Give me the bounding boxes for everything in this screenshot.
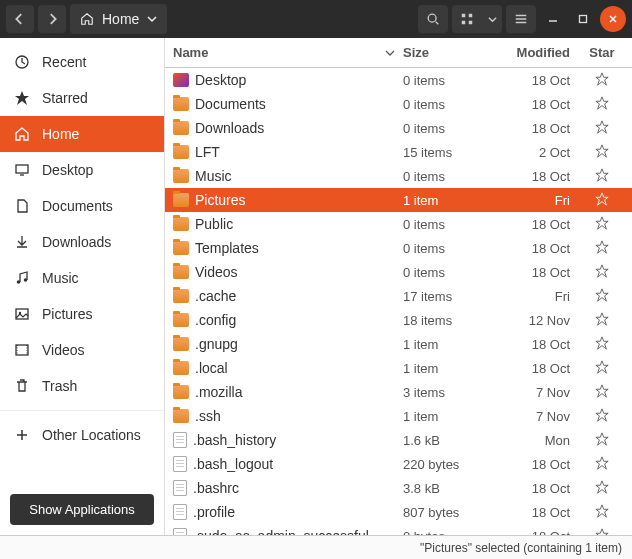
file-row[interactable]: Desktop0 items18 Oct [165,68,632,92]
maximize-icon [578,14,588,24]
file-row[interactable]: Documents0 items18 Oct [165,92,632,116]
folder-icon [173,241,189,255]
icon-view-button[interactable] [452,5,482,33]
file-row[interactable]: .sudo_as_admin_successful0 bytes18 Oct [165,524,632,535]
file-size: 1 item [403,361,438,376]
sidebar-item-recent[interactable]: Recent [0,44,164,80]
sidebar-item-starred[interactable]: Starred [0,80,164,116]
search-button[interactable] [418,5,448,33]
star-outline-icon[interactable] [595,120,609,134]
column-header-modified[interactable]: Modified [483,45,578,60]
star-outline-icon[interactable] [595,288,609,302]
file-row[interactable]: LFT15 items2 Oct [165,140,632,164]
sidebar-item-label: Pictures [42,306,93,322]
desktop-icon [14,162,30,178]
maximize-button[interactable] [570,6,596,32]
file-row[interactable]: .local1 item18 Oct [165,356,632,380]
sidebar-item-videos[interactable]: Videos [0,332,164,368]
file-modified: 18 Oct [532,121,570,136]
file-row[interactable]: .ssh1 item7 Nov [165,404,632,428]
sidebar-item-trash[interactable]: Trash [0,368,164,404]
nav-back-button[interactable] [6,5,34,33]
file-modified: Fri [555,193,570,208]
file-size: 3.8 kB [403,481,440,496]
star-outline-icon[interactable] [595,264,609,278]
star-outline-icon[interactable] [595,336,609,350]
sidebar-item-music[interactable]: Music [0,260,164,296]
grid-icon [460,12,474,26]
file-modified: 7 Nov [536,409,570,424]
star-outline-icon[interactable] [595,72,609,86]
sidebar-item-other-locations[interactable]: Other Locations [0,417,164,453]
file-row[interactable]: .bashrc3.8 kB18 Oct [165,476,632,500]
file-row[interactable]: .gnupg1 item18 Oct [165,332,632,356]
desktop-folder-icon [173,73,189,87]
path-button[interactable]: Home [70,4,167,34]
star-outline-icon[interactable] [595,168,609,182]
show-applications-button[interactable]: Show Applications [10,494,154,525]
close-icon [608,14,618,24]
file-size: 1 item [403,337,438,352]
star-outline-icon[interactable] [595,504,609,518]
minimize-button[interactable] [540,6,566,32]
star-outline-icon[interactable] [595,312,609,326]
file-row[interactable]: Videos0 items18 Oct [165,260,632,284]
file-size: 0 items [403,169,445,184]
file-row[interactable]: .profile807 bytes18 Oct [165,500,632,524]
star-outline-icon[interactable] [595,384,609,398]
nav-forward-button[interactable] [38,5,66,33]
star-outline-icon[interactable] [595,360,609,374]
file-row[interactable]: .mozilla3 items7 Nov [165,380,632,404]
svg-point-0 [428,14,436,22]
file-row[interactable]: Music0 items18 Oct [165,164,632,188]
star-outline-icon[interactable] [595,240,609,254]
folder-icon [173,169,189,183]
text-file-icon [173,432,187,448]
home-icon [80,12,94,26]
file-row[interactable]: .cache17 itemsFri [165,284,632,308]
file-size: 1 item [403,193,438,208]
star-outline-icon[interactable] [595,480,609,494]
file-rows[interactable]: Desktop0 items18 OctDocuments0 items18 O… [165,68,632,535]
column-header-name[interactable]: Name [165,45,403,60]
column-header-star[interactable]: Star [578,45,626,60]
sidebar-item-home[interactable]: Home [0,116,164,152]
file-row[interactable]: Templates0 items18 Oct [165,236,632,260]
column-header-size[interactable]: Size [403,45,483,60]
view-dropdown-button[interactable] [482,5,502,33]
hamburger-menu-button[interactable] [506,5,536,33]
file-modified: 18 Oct [532,361,570,376]
sidebar-item-desktop[interactable]: Desktop [0,152,164,188]
file-modified: 18 Oct [532,73,570,88]
star-outline-icon[interactable] [595,192,609,206]
star-outline-icon[interactable] [595,96,609,110]
sidebar-item-pictures[interactable]: Pictures [0,296,164,332]
svg-rect-12 [16,345,28,355]
star-outline-icon[interactable] [595,216,609,230]
file-name: .gnupg [195,336,238,352]
file-row[interactable]: .config18 items12 Nov [165,308,632,332]
folder-icon [173,409,189,423]
chevron-left-icon [14,13,26,25]
file-size: 0 items [403,265,445,280]
sidebar-item-documents[interactable]: Documents [0,188,164,224]
sidebar-item-label: Desktop [42,162,93,178]
column-headers: Name Size Modified Star [165,38,632,68]
close-button[interactable] [600,6,626,32]
star-outline-icon[interactable] [595,456,609,470]
star-outline-icon[interactable] [595,144,609,158]
file-row[interactable]: .bash_logout220 bytes18 Oct [165,452,632,476]
file-size: 0 items [403,97,445,112]
sidebar-item-downloads[interactable]: Downloads [0,224,164,260]
star-outline-icon[interactable] [595,408,609,422]
file-row[interactable]: Downloads0 items18 Oct [165,116,632,140]
sidebar-item-label: Recent [42,54,86,70]
file-row[interactable]: Pictures1 itemFri [165,188,632,212]
file-row[interactable]: Public0 items18 Oct [165,212,632,236]
file-modified: 18 Oct [532,217,570,232]
folder-icon [173,265,189,279]
star-outline-icon[interactable] [595,432,609,446]
file-row[interactable]: .bash_history1.6 kBMon [165,428,632,452]
sidebar-item-label: Videos [42,342,85,358]
star-outline-icon[interactable] [595,528,609,536]
